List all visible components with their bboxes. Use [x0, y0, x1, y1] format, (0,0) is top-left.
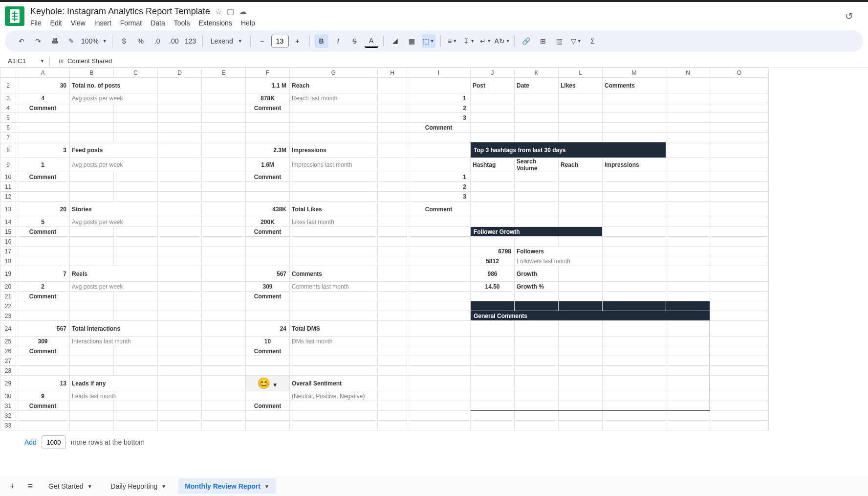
fill-color-button[interactable]: ◢: [389, 34, 402, 48]
name-box-caret[interactable]: ▼: [40, 59, 44, 64]
row-header-31[interactable]: 31: [0, 401, 16, 411]
row-header-32[interactable]: 32: [0, 411, 16, 421]
cell-M2[interactable]: Comments: [603, 78, 666, 93]
row-header-27[interactable]: 27: [0, 356, 16, 366]
cell-B8[interactable]: Feed posts: [70, 142, 158, 158]
cell-G13[interactable]: Total Likes: [290, 202, 378, 217]
cell-G29[interactable]: Overall Sentiment: [290, 376, 378, 391]
cell-I13[interactable]: Comment: [407, 202, 471, 217]
cell-I12[interactable]: 3: [407, 192, 471, 202]
cell-F15[interactable]: Comment: [246, 227, 290, 237]
cell-K19[interactable]: Growth: [515, 266, 559, 282]
cell-A4[interactable]: Comment: [16, 103, 70, 113]
star-icon[interactable]: ☆: [215, 7, 222, 16]
cell-M9[interactable]: Impressions: [603, 158, 666, 172]
row-header-17[interactable]: 17: [0, 247, 16, 256]
add-rows-button[interactable]: Add: [24, 438, 37, 446]
cell-F21[interactable]: Comment: [246, 292, 290, 301]
menu-file[interactable]: File: [30, 19, 42, 27]
cell-G19[interactable]: Comments: [290, 266, 378, 282]
cell-F10[interactable]: Comment: [246, 172, 290, 182]
col-header-C[interactable]: C: [114, 68, 158, 78]
row-header-33[interactable]: 33: [0, 421, 16, 430]
currency-icon[interactable]: $: [117, 34, 131, 48]
cell-F26[interactable]: Comment: [246, 346, 290, 356]
font-size-input[interactable]: [271, 35, 289, 47]
cell-G8[interactable]: Impressions: [290, 142, 378, 158]
move-icon[interactable]: ▢: [227, 7, 234, 16]
wrap-button[interactable]: ↵ ▼: [479, 34, 493, 48]
row-header-10[interactable]: 10: [0, 172, 16, 182]
name-box[interactable]: [5, 56, 39, 66]
row-header-9[interactable]: 9: [0, 158, 16, 172]
italic-button[interactable]: I: [331, 34, 345, 48]
menu-format[interactable]: Format: [120, 19, 142, 27]
cell-J8[interactable]: Top 3 hashtags from last 30 days: [471, 142, 666, 158]
cell-F8[interactable]: 2.3M: [246, 142, 290, 158]
cell-K18[interactable]: Followers last month: [515, 256, 603, 266]
cell-A15[interactable]: Comment: [16, 227, 70, 237]
row-header-6[interactable]: 6: [0, 123, 16, 133]
col-header-J[interactable]: J: [471, 68, 515, 78]
cell-J9[interactable]: Hashtag: [471, 158, 515, 172]
row-header-25[interactable]: 25: [0, 337, 16, 346]
cell-A3[interactable]: 4: [16, 93, 70, 103]
filter-icon[interactable]: ▽ ▼: [569, 34, 583, 48]
cell-B3[interactable]: Avg posts per week: [70, 93, 158, 103]
cell-I3[interactable]: 1: [407, 93, 471, 103]
text-color-button[interactable]: A: [365, 34, 378, 48]
cell-A25[interactable]: 309: [16, 337, 70, 346]
cell-B2[interactable]: Total no. of posts: [70, 78, 158, 93]
cell-A13[interactable]: 20: [16, 202, 70, 217]
row-header-12[interactable]: 12: [0, 192, 16, 202]
comment-icon[interactable]: ⊞: [536, 34, 550, 48]
cell-A14[interactable]: 5: [16, 217, 70, 227]
cell-A24[interactable]: 567: [16, 321, 70, 337]
cell-I5[interactable]: 3: [407, 113, 471, 123]
row-header-28[interactable]: 28: [0, 366, 16, 376]
col-header-B[interactable]: B: [70, 68, 114, 78]
cell-I10[interactable]: 1: [407, 172, 471, 182]
row-header-16[interactable]: 16: [0, 237, 16, 247]
h-align-button[interactable]: ≡ ▼: [446, 34, 459, 48]
menu-edit[interactable]: Edit: [50, 19, 62, 27]
cell-F24[interactable]: 24: [246, 321, 290, 337]
row-header-11[interactable]: 11: [0, 182, 16, 192]
formula-value[interactable]: Content Shared: [67, 57, 112, 65]
col-header-K[interactable]: K: [515, 68, 559, 78]
menu-extensions[interactable]: Extensions: [198, 19, 232, 27]
cell-L9[interactable]: Reach: [559, 158, 603, 172]
row-header-24[interactable]: 24: [0, 321, 16, 337]
cell-I4[interactable]: 2: [407, 103, 471, 113]
cell-F20[interactable]: 309: [246, 282, 290, 292]
row-header-29[interactable]: 29: [0, 376, 16, 391]
cell-F31[interactable]: Comment: [246, 401, 290, 411]
row-header-15[interactable]: 15: [0, 227, 16, 237]
undo-icon[interactable]: ↶: [15, 34, 28, 48]
cell-G3[interactable]: Reach last month: [290, 93, 378, 103]
menu-tools[interactable]: Tools: [174, 19, 190, 27]
col-header-L[interactable]: L: [559, 68, 603, 78]
cell-A30[interactable]: 9: [16, 391, 70, 401]
cell-B19[interactable]: Reels: [70, 266, 158, 282]
cell-G25[interactable]: DMs last month: [290, 337, 378, 346]
add-rows-input[interactable]: [42, 435, 66, 449]
cell-A19[interactable]: 7: [16, 266, 70, 282]
row-header-7[interactable]: 7: [0, 133, 16, 142]
cell-G30[interactable]: (Neutral, Positive, Negative): [290, 391, 378, 401]
row-header-19[interactable]: 19: [0, 266, 16, 282]
cell-A10[interactable]: Comment: [16, 172, 70, 182]
cell-K2[interactable]: Date: [515, 78, 559, 93]
rotate-button[interactable]: A↻ ▼: [496, 34, 509, 48]
row-header-13[interactable]: 13: [0, 202, 16, 217]
col-header-M[interactable]: M: [603, 68, 666, 78]
cell-K17[interactable]: Followers: [515, 247, 603, 256]
col-header-G[interactable]: G: [290, 68, 378, 78]
borders-button[interactable]: ▦: [405, 34, 419, 48]
cell-J18[interactable]: 5812: [471, 256, 515, 266]
font-dropdown[interactable]: Lexend ▼: [208, 37, 245, 45]
cell-L2[interactable]: Likes: [559, 78, 603, 93]
cell-B30[interactable]: Leads last month: [70, 391, 158, 401]
cell-F3[interactable]: 878K: [246, 93, 290, 103]
cell-A21[interactable]: Comment: [16, 292, 70, 301]
